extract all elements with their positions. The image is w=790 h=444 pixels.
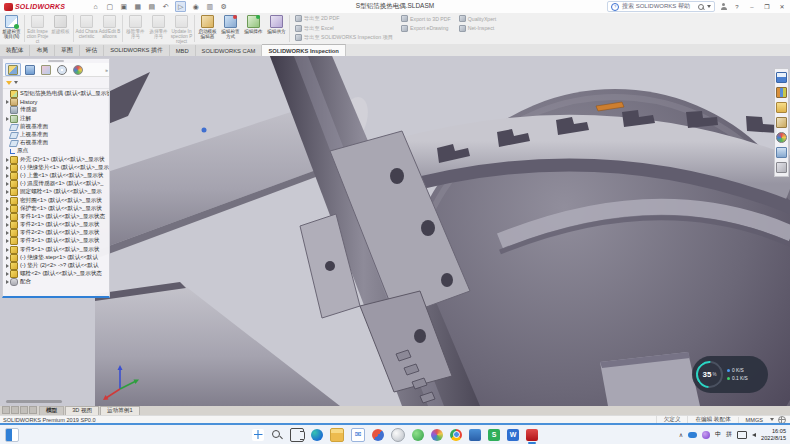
options-gear-icon[interactable]: ⚙ (219, 2, 228, 11)
task-view-icon[interactable] (290, 428, 304, 442)
view-palette-icon[interactable] (776, 117, 787, 128)
tab-cam[interactable]: SOLIDWORKS CAM (196, 45, 263, 56)
widgets-icon[interactable] (5, 428, 19, 442)
panel-horizontal-scrollbar[interactable] (6, 400, 62, 403)
file-explorer-icon[interactable] (776, 102, 787, 113)
start-button-icon[interactable] (252, 429, 264, 441)
s-green-app-icon[interactable]: S (488, 429, 500, 441)
tab-evaluate[interactable]: 评估 (80, 45, 105, 56)
tree-item-root[interactable]: S型铝箔换热电偶 (默认<默认_显示状态-1 (4, 90, 109, 98)
tree-item[interactable]: (-) 绝缘垫片<1> (默认<<默认>_显示 (4, 164, 109, 172)
tab-model[interactable]: 模型 (39, 406, 64, 415)
net-inspect-button[interactable]: Net-Inspect (459, 25, 497, 32)
open-icon[interactable]: ▣ (119, 2, 128, 11)
print-icon[interactable]: ▤ (147, 2, 156, 11)
remove-balloons-button[interactable]: 移除零件序号 (124, 13, 147, 44)
design-library-icon[interactable] (776, 87, 787, 98)
export-3d-pdf-button[interactable]: Export to 3D PDF (401, 15, 451, 22)
tab-property-manager[interactable] (23, 64, 37, 75)
tree-item[interactable]: 注解 (4, 115, 109, 123)
edit-inspection-project-button[interactable]: Edit Inspection Project (26, 13, 49, 44)
magnifier-icon[interactable] (698, 4, 704, 10)
close-button[interactable]: ✕ (777, 2, 787, 12)
3d-model-canvas[interactable] (0, 56, 790, 406)
custom-properties-icon[interactable] (776, 147, 787, 158)
export-inspection-project-button[interactable]: 导出至 SOLIDWORKS Inspection 项目 (295, 34, 393, 41)
tree-item[interactable]: 固定螺栓<1> (默认<<默认>_显示 (4, 188, 109, 196)
edit-suppliers-button[interactable]: 编辑供方 (265, 13, 288, 44)
tree-filter-row[interactable] (3, 77, 109, 89)
search-dropdown-icon[interactable] (707, 5, 711, 8)
new-template-button[interactable]: 新建模板 (49, 13, 72, 44)
mail-icon[interactable] (351, 428, 365, 442)
graphics-area[interactable]: ›› S型铝箔换热电偶 (默认<默认_显示状态-1 History 传感器 注解… (0, 56, 790, 406)
solidworks-taskbar-icon[interactable] (526, 429, 538, 441)
panel-overflow-arrows[interactable]: ›› (105, 67, 107, 73)
tab-dimxpert-manager[interactable] (55, 64, 69, 75)
file-explorer-taskbar-icon[interactable] (330, 428, 344, 442)
tree-item[interactable]: 原点 (4, 147, 109, 155)
ime-language-indicator[interactable]: 中 (715, 430, 721, 439)
units-selector[interactable]: MMGS (738, 417, 770, 423)
taskbar-clock[interactable]: 16:05 2022/8/15 (761, 428, 786, 441)
tab-sketch[interactable]: 草图 (55, 45, 80, 56)
tree-item[interactable]: 零件2<1> (默认<<默认>_显示状 (4, 221, 109, 229)
home-icon[interactable]: ⌂ (91, 2, 100, 11)
chrome-icon[interactable] (450, 429, 462, 441)
share-icon[interactable] (776, 162, 787, 173)
solidworks-logo[interactable]: SOLIDWORKS (0, 0, 69, 13)
input-method-app-icon[interactable] (702, 431, 710, 439)
edit-operations-button[interactable]: 编辑操作 (242, 13, 265, 44)
appearances-scenes-icon[interactable] (776, 132, 787, 143)
taskbar-search-icon[interactable] (271, 429, 283, 441)
update-inspection-project-button[interactable]: Update Inspection Project (170, 13, 193, 44)
undo-icon[interactable]: ↶ (161, 2, 170, 11)
speed-monitor-widget[interactable]: 35% 0 K/S 0.1 K/S (692, 356, 768, 393)
new-document-icon[interactable]: ▢ (105, 2, 114, 11)
tree-item[interactable]: 保护套<1> (默认<<默认>_显示状 (4, 205, 109, 213)
tree-item[interactable]: 上视基准面 (4, 131, 109, 139)
ime-mode-indicator[interactable]: 拼 (726, 430, 732, 439)
tree-item[interactable]: (-) 温度传感器<1> (默认<<默认>_ (4, 180, 109, 188)
tree-item[interactable]: 传感器 (4, 106, 109, 114)
network-icon[interactable] (737, 431, 747, 439)
tab-motion-study[interactable]: 运动算例1 (100, 406, 140, 415)
gray-app-icon[interactable] (391, 428, 405, 442)
select-balloons-button[interactable]: 选择零件序号 (147, 13, 170, 44)
tree-item[interactable]: (-) 绝缘垫.step<1> (默认<<默认 (4, 254, 109, 262)
green-app-icon[interactable] (412, 429, 424, 441)
w-blue-app-icon[interactable]: W (507, 429, 519, 441)
add-edit-balloons-button[interactable]: Add/Edit Balloons (98, 13, 121, 44)
qualityxpert-button[interactable]: QualityXpert (459, 15, 497, 22)
photos-app-icon[interactable] (372, 429, 384, 441)
display-panel-icon[interactable]: ▥ (205, 2, 214, 11)
tree-item[interactable]: 零件3<1> (默认<<默认>_显示状 (4, 237, 109, 245)
help-button[interactable]: ? (732, 2, 742, 12)
tree-item-mates[interactable]: 配合 (4, 278, 109, 286)
blue-app-icon[interactable] (469, 429, 481, 441)
tab-nav-buttons[interactable] (0, 406, 39, 415)
tree-item[interactable]: 密封圈<1> (默认<<默认>_显示状 (4, 196, 109, 204)
tab-feature-tree[interactable] (5, 63, 21, 76)
volume-icon[interactable] (752, 433, 756, 437)
units-dropdown-icon[interactable] (770, 418, 774, 421)
tray-expand-icon[interactable]: ∧ (679, 431, 683, 438)
export-edrawing-button[interactable]: Export eDrawing (401, 25, 451, 32)
edge-browser-icon[interactable] (311, 429, 323, 441)
tree-item[interactable]: 外壳 (2)<1> (默认<<默认>_显示状 (4, 156, 109, 164)
tree-item[interactable]: (-) 垫片 (2)<2> ->? (默认<<默认 (4, 262, 109, 270)
tree-item[interactable]: 螺栓<2> (默认<<默认>_显示状态 (4, 270, 109, 278)
tab-mbd[interactable]: MBD (170, 45, 196, 56)
solidworks-resources-icon[interactable] (776, 72, 787, 83)
tab-layout[interactable]: 布局 (30, 45, 55, 56)
tree-item[interactable]: 右视基准面 (4, 139, 109, 147)
rebuild-icon[interactable]: ◉ (191, 2, 200, 11)
add-characteristic-button[interactable]: Add Characteristic (75, 13, 98, 44)
edit-inspection-methods-button[interactable]: 编辑检查方式 (219, 13, 242, 44)
launch-template-editor-button[interactable]: 启动模板编辑器 (196, 13, 219, 44)
user-account-icon[interactable] (720, 3, 727, 10)
select-icon[interactable]: ▷ (175, 1, 186, 12)
search-input[interactable]: ? 搜索 SOLIDWORKS 帮助 (607, 1, 715, 12)
onedrive-icon[interactable] (688, 432, 697, 438)
minimize-button[interactable]: – (747, 2, 757, 12)
